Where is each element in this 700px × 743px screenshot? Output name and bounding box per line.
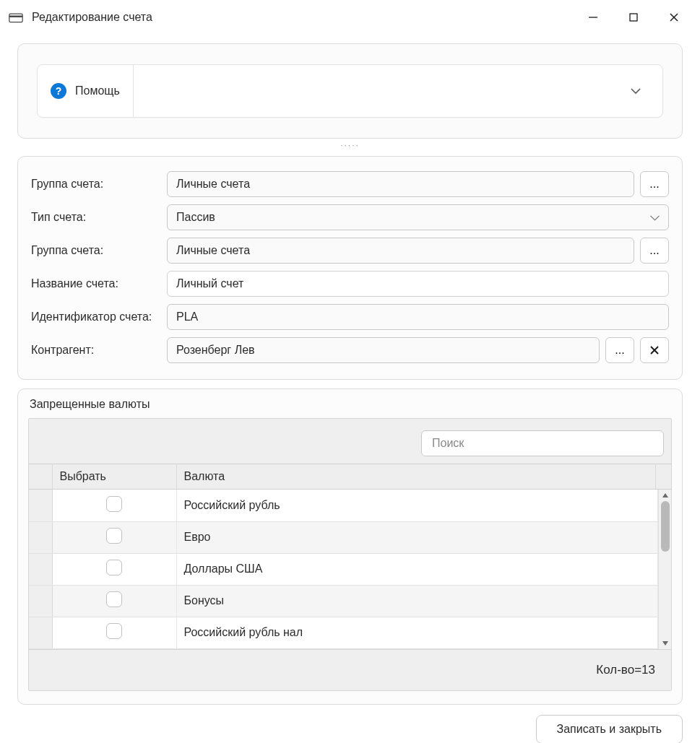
grid-body-wrap: Российский рубль Евро Доллары США [29,490,671,649]
grid-toolbar [29,426,671,464]
row-select-cell[interactable] [52,490,176,521]
row-counterparty: Контрагент: Розенберг Лев ... [31,337,669,363]
input-ident[interactable]: PLA [167,304,669,330]
splitter-handle[interactable]: ····· [17,140,683,150]
checkbox[interactable] [106,496,122,512]
app-icon [9,12,23,23]
table-row[interactable]: Евро [29,521,658,553]
row-lead [29,553,52,585]
browse-group2-button[interactable]: ... [640,238,669,264]
grid-footer: Кол-во=13 [29,649,671,690]
row-select-cell[interactable] [52,521,176,553]
currencies-panel: Запрещенные валюты Выбрать Валюта [17,388,683,705]
help-icon: ? [51,83,66,99]
svg-rect-3 [630,14,637,21]
save-close-button[interactable]: Записать и закрыть [536,715,683,744]
row-group1: Группа счета: Личные счета ... [31,171,669,197]
currencies-header-table: Выбрать Валюта [29,464,671,490]
row-currency: Российский рубль нал [176,617,658,648]
bottom-bar: Записать и закрыть [0,705,700,744]
window-controls [582,6,691,29]
table-row[interactable]: Бонусы [29,585,658,617]
label-type: Тип счета: [31,211,167,224]
label-group1: Группа счета: [31,178,167,191]
header-lead [29,464,52,490]
vertical-scrollbar[interactable] [658,490,671,649]
checkbox[interactable] [106,560,122,575]
row-currency: Бонусы [176,585,658,617]
header-currency[interactable]: Валюта [176,464,655,490]
scroll-up-arrow[interactable] [659,490,671,501]
svg-marker-9 [662,641,668,646]
svg-rect-0 [9,14,22,22]
form-panel: Группа счета: Личные счета ... Тип счета… [17,156,683,380]
close-button[interactable] [662,6,686,29]
checkbox[interactable] [106,591,122,607]
label-ident: Идентификатор счета: [31,310,167,323]
help-expand-area[interactable] [134,65,662,117]
currencies-body-table: Российский рубль Евро Доллары США [29,490,658,649]
row-type: Тип счета: Пассив [31,204,669,230]
maximize-button[interactable] [622,6,645,29]
select-type[interactable]: Пассив [167,204,669,230]
row-name: Название счета: Личный счет [31,271,669,297]
header-select[interactable]: Выбрать [52,464,176,490]
input-name[interactable]: Личный счет [167,271,669,297]
chevron-down-icon [629,84,642,97]
currencies-grid-wrap: Выбрать Валюта Российский рубль [28,418,672,691]
help-panel: ? Помощь [17,43,683,139]
checkbox[interactable] [106,528,122,544]
row-currency: Доллары США [176,553,658,585]
row-lead [29,490,52,521]
row-group2: Группа счета: Личные счета ... [31,238,669,264]
titlebar: Редактирование счета [0,0,700,35]
scroll-down-arrow[interactable] [659,638,671,649]
table-row[interactable]: Российский рубль [29,490,658,521]
help-label: Помощь [75,84,120,97]
table-row[interactable]: Российский рубль нал [29,617,658,648]
input-group1[interactable]: Личные счета [167,171,634,197]
header-scroll-spacer [655,464,671,490]
window-title: Редактирование счета [32,11,152,24]
label-name: Название счета: [31,277,167,290]
clear-counterparty-button[interactable] [640,337,669,363]
label-counterparty: Контрагент: [31,344,167,357]
scroll-thumb[interactable] [661,501,670,552]
input-group2[interactable]: Личные счета [167,238,634,264]
row-lead [29,585,52,617]
svg-marker-8 [662,493,668,497]
svg-rect-1 [9,16,22,18]
row-currency: Евро [176,521,658,553]
browse-group1-button[interactable]: ... [640,171,669,197]
label-group2: Группа счета: [31,244,167,257]
input-counterparty[interactable]: Розенберг Лев [167,337,600,363]
row-select-cell[interactable] [52,585,176,617]
row-select-cell[interactable] [52,553,176,585]
row-ident: Идентификатор счета: PLA [31,304,669,330]
row-lead [29,521,52,553]
row-lead [29,617,52,648]
close-icon [650,346,659,355]
row-select-cell[interactable] [52,617,176,648]
search-input[interactable] [421,430,664,456]
row-currency: Российский рубль [176,490,658,521]
table-row[interactable]: Доллары США [29,553,658,585]
minimize-button[interactable] [582,6,605,29]
help-header[interactable]: ? Помощь [38,65,134,117]
help-card[interactable]: ? Помощь [37,64,663,118]
checkbox[interactable] [106,623,122,639]
browse-counterparty-button[interactable]: ... [605,337,634,363]
currencies-legend: Запрещенные валюты [28,396,672,418]
